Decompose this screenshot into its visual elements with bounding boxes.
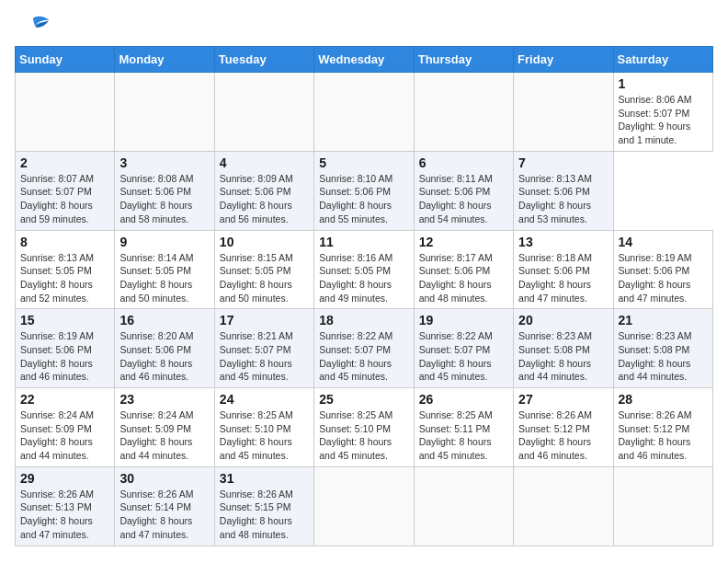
calendar-cell: 10Sunrise: 8:15 AMSunset: 5:05 PMDayligh… <box>214 230 313 309</box>
day-number: 20 <box>518 313 608 327</box>
calendar-cell <box>414 73 513 152</box>
day-number: 10 <box>220 235 309 249</box>
calendar-cell: 1Sunrise: 8:06 AMSunset: 5:07 PMDaylight… <box>613 73 712 152</box>
day-number: 14 <box>619 235 708 249</box>
calendar-cell: 23Sunrise: 8:24 AMSunset: 5:09 PMDayligh… <box>115 388 214 467</box>
day-info: Sunrise: 8:08 AMSunset: 5:06 PMDaylight:… <box>119 172 209 226</box>
calendar-cell <box>314 73 414 152</box>
day-number: 28 <box>619 392 708 407</box>
day-number: 13 <box>518 235 608 249</box>
day-info: Sunrise: 8:10 AMSunset: 5:06 PMDaylight:… <box>319 172 408 226</box>
day-info: Sunrise: 8:24 AMSunset: 5:09 PMDaylight:… <box>20 408 109 463</box>
day-number: 5 <box>319 155 408 170</box>
calendar-header-tuesday: Tuesday <box>214 47 313 73</box>
day-number: 23 <box>119 392 209 407</box>
calendar-week-row: 15Sunrise: 8:19 AMSunset: 5:06 PMDayligh… <box>16 309 713 388</box>
day-info: Sunrise: 8:19 AMSunset: 5:06 PMDaylight:… <box>619 251 708 305</box>
day-number: 1 <box>619 76 708 91</box>
day-number: 31 <box>220 471 309 486</box>
calendar-header-thursday: Thursday <box>414 47 513 73</box>
day-info: Sunrise: 8:25 AMSunset: 5:10 PMDaylight:… <box>220 408 309 463</box>
day-info: Sunrise: 8:14 AMSunset: 5:05 PMDaylight:… <box>119 251 209 305</box>
calendar-cell <box>314 466 414 546</box>
calendar-cell: 5Sunrise: 8:10 AMSunset: 5:06 PMDaylight… <box>314 151 414 230</box>
calendar-cell: 24Sunrise: 8:25 AMSunset: 5:10 PMDayligh… <box>214 388 313 467</box>
day-info: Sunrise: 8:19 AMSunset: 5:06 PMDaylight:… <box>20 329 109 384</box>
calendar-cell: 17Sunrise: 8:21 AMSunset: 5:07 PMDayligh… <box>214 309 313 388</box>
calendar-cell: 20Sunrise: 8:23 AMSunset: 5:08 PMDayligh… <box>514 309 613 388</box>
calendar-header-monday: Monday <box>115 47 214 73</box>
calendar-header-row: SundayMondayTuesdayWednesdayThursdayFrid… <box>16 47 713 73</box>
calendar-cell: 19Sunrise: 8:22 AMSunset: 5:07 PMDayligh… <box>414 309 513 388</box>
logo-bird-icon <box>17 15 50 37</box>
day-info: Sunrise: 8:09 AMSunset: 5:06 PMDaylight:… <box>220 172 309 226</box>
day-info: Sunrise: 8:20 AMSunset: 5:06 PMDaylight:… <box>119 329 209 384</box>
day-info: Sunrise: 8:25 AMSunset: 5:11 PMDaylight:… <box>419 408 508 463</box>
calendar-cell: 4Sunrise: 8:09 AMSunset: 5:06 PMDaylight… <box>214 151 313 230</box>
day-info: Sunrise: 8:26 AMSunset: 5:12 PMDaylight:… <box>619 408 708 463</box>
calendar-cell: 30Sunrise: 8:26 AMSunset: 5:14 PMDayligh… <box>115 466 214 546</box>
day-number: 25 <box>319 392 408 407</box>
page-header <box>15 15 713 37</box>
calendar-cell <box>414 466 513 546</box>
calendar-cell: 12Sunrise: 8:17 AMSunset: 5:06 PMDayligh… <box>414 230 513 309</box>
calendar-cell: 2Sunrise: 8:07 AMSunset: 5:07 PMDaylight… <box>16 151 115 230</box>
calendar-cell: 28Sunrise: 8:26 AMSunset: 5:12 PMDayligh… <box>613 388 712 467</box>
calendar-cell: 7Sunrise: 8:13 AMSunset: 5:06 PMDaylight… <box>514 151 613 230</box>
day-number: 8 <box>20 235 109 249</box>
day-info: Sunrise: 8:17 AMSunset: 5:06 PMDaylight:… <box>419 251 508 305</box>
calendar-cell <box>16 73 115 152</box>
calendar-week-row: 1Sunrise: 8:06 AMSunset: 5:07 PMDaylight… <box>16 73 713 152</box>
calendar-cell <box>613 466 712 546</box>
day-number: 22 <box>20 392 109 407</box>
day-info: Sunrise: 8:26 AMSunset: 5:14 PMDaylight:… <box>119 488 209 542</box>
calendar-cell: 27Sunrise: 8:26 AMSunset: 5:12 PMDayligh… <box>514 388 613 467</box>
day-number: 2 <box>20 155 109 170</box>
calendar-cell: 14Sunrise: 8:19 AMSunset: 5:06 PMDayligh… <box>613 230 712 309</box>
day-info: Sunrise: 8:26 AMSunset: 5:12 PMDaylight:… <box>518 408 608 463</box>
day-number: 7 <box>518 155 608 170</box>
day-number: 27 <box>518 392 608 407</box>
calendar-cell: 16Sunrise: 8:20 AMSunset: 5:06 PMDayligh… <box>115 309 214 388</box>
calendar-week-row: 8Sunrise: 8:13 AMSunset: 5:05 PMDaylight… <box>16 230 713 309</box>
day-info: Sunrise: 8:13 AMSunset: 5:05 PMDaylight:… <box>20 251 109 305</box>
day-info: Sunrise: 8:22 AMSunset: 5:07 PMDaylight:… <box>419 329 508 384</box>
calendar-header-sunday: Sunday <box>16 47 115 73</box>
day-number: 6 <box>419 155 508 170</box>
calendar-cell <box>115 73 214 152</box>
day-info: Sunrise: 8:07 AMSunset: 5:07 PMDaylight:… <box>20 172 109 226</box>
day-number: 24 <box>220 392 309 407</box>
calendar-header-friday: Friday <box>514 47 613 73</box>
day-number: 18 <box>319 313 408 327</box>
day-number: 15 <box>20 313 109 327</box>
day-info: Sunrise: 8:26 AMSunset: 5:15 PMDaylight:… <box>220 488 309 542</box>
calendar-cell: 3Sunrise: 8:08 AMSunset: 5:06 PMDaylight… <box>115 151 214 230</box>
day-number: 16 <box>119 313 209 327</box>
calendar-cell <box>514 466 613 546</box>
day-number: 3 <box>119 155 209 170</box>
calendar-cell: 18Sunrise: 8:22 AMSunset: 5:07 PMDayligh… <box>314 309 414 388</box>
calendar-header-wednesday: Wednesday <box>314 47 414 73</box>
calendar-cell: 13Sunrise: 8:18 AMSunset: 5:06 PMDayligh… <box>514 230 613 309</box>
day-info: Sunrise: 8:18 AMSunset: 5:06 PMDaylight:… <box>518 251 608 305</box>
calendar-header-saturday: Saturday <box>613 47 712 73</box>
calendar-cell: 21Sunrise: 8:23 AMSunset: 5:08 PMDayligh… <box>613 309 712 388</box>
calendar-week-row: 22Sunrise: 8:24 AMSunset: 5:09 PMDayligh… <box>16 388 713 467</box>
calendar-table: SundayMondayTuesdayWednesdayThursdayFrid… <box>15 46 713 546</box>
calendar-cell: 22Sunrise: 8:24 AMSunset: 5:09 PMDayligh… <box>16 388 115 467</box>
day-info: Sunrise: 8:11 AMSunset: 5:06 PMDaylight:… <box>419 172 508 226</box>
day-info: Sunrise: 8:24 AMSunset: 5:09 PMDaylight:… <box>119 408 209 463</box>
calendar-cell: 6Sunrise: 8:11 AMSunset: 5:06 PMDaylight… <box>414 151 513 230</box>
calendar-cell: 31Sunrise: 8:26 AMSunset: 5:15 PMDayligh… <box>214 466 313 546</box>
day-number: 9 <box>119 235 209 249</box>
day-number: 19 <box>419 313 508 327</box>
day-number: 4 <box>220 155 309 170</box>
day-info: Sunrise: 8:26 AMSunset: 5:13 PMDaylight:… <box>20 488 109 542</box>
day-number: 12 <box>419 235 508 249</box>
calendar-week-row: 29Sunrise: 8:26 AMSunset: 5:13 PMDayligh… <box>16 466 713 546</box>
calendar-cell: 15Sunrise: 8:19 AMSunset: 5:06 PMDayligh… <box>16 309 115 388</box>
day-info: Sunrise: 8:13 AMSunset: 5:06 PMDaylight:… <box>518 172 608 226</box>
day-number: 30 <box>119 471 209 486</box>
calendar-cell: 26Sunrise: 8:25 AMSunset: 5:11 PMDayligh… <box>414 388 513 467</box>
calendar-cell: 29Sunrise: 8:26 AMSunset: 5:13 PMDayligh… <box>16 466 115 546</box>
